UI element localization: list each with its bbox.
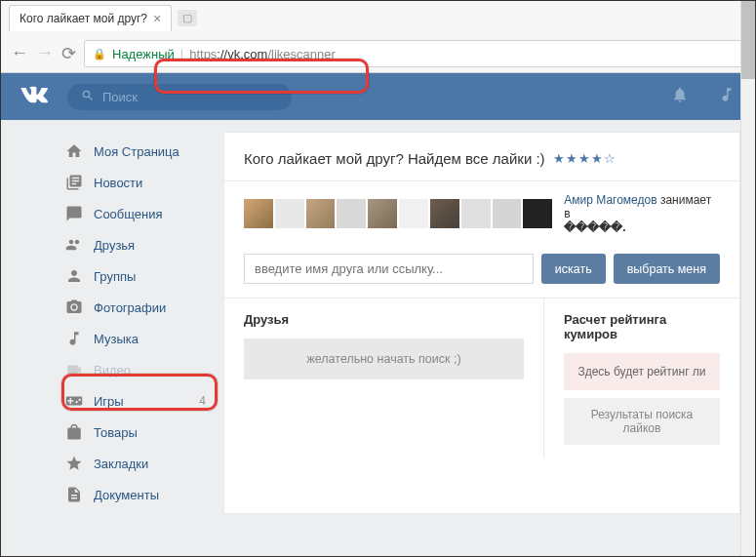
news-icon bbox=[64, 173, 84, 192]
groups-icon bbox=[64, 266, 84, 286]
app-main: Кого лайкает мой друг? Найдем все лайки … bbox=[223, 132, 740, 514]
sidebar-item-bookmarks[interactable]: Закладки bbox=[55, 448, 216, 479]
vk-header: Поиск bbox=[1, 73, 755, 120]
new-tab-button[interactable]: ▢ bbox=[178, 10, 197, 26]
sidebar-item-label: Закладки bbox=[94, 457, 148, 471]
video-icon bbox=[64, 360, 84, 379]
bell-icon[interactable] bbox=[671, 86, 689, 108]
sidebar: Моя Страница Новости Сообщения Друзья Гр… bbox=[55, 132, 216, 514]
sidebar-item-label: Товары bbox=[94, 425, 138, 440]
sidebar-item-games[interactable]: Игры4 bbox=[55, 385, 216, 417]
sidebar-item-mypage[interactable]: Моя Страница bbox=[55, 136, 216, 167]
app-header: Кого лайкает мой друг? Найдем все лайки … bbox=[224, 133, 739, 181]
sidebar-item-photos[interactable]: Фотографии bbox=[55, 292, 216, 323]
camera-icon bbox=[64, 298, 84, 317]
avatar-thumb[interactable] bbox=[523, 199, 552, 228]
badge: 4 bbox=[199, 394, 206, 408]
reload-icon[interactable]: ⟳ bbox=[61, 43, 76, 64]
avatar-thumb[interactable] bbox=[275, 199, 304, 228]
secure-label: Надежный bbox=[112, 47, 175, 61]
friends-icon bbox=[64, 235, 84, 255]
sidebar-item-news[interactable]: Новости bbox=[55, 167, 216, 198]
tab-bar: Кого лайкает мой друг? × ▢ bbox=[1, 1, 755, 35]
sidebar-item-label: Музыка bbox=[94, 332, 139, 346]
friend-input[interactable] bbox=[244, 254, 534, 284]
friends-hint: желательно начать поиск ;) bbox=[244, 338, 524, 379]
scrollbar[interactable] bbox=[740, 1, 755, 556]
scrollbar-thumb[interactable] bbox=[741, 1, 755, 79]
vk-logo[interactable] bbox=[20, 81, 48, 112]
star-icon bbox=[64, 454, 84, 473]
close-icon[interactable]: × bbox=[153, 12, 161, 25]
panels: Друзья желательно начать поиск ;) Расчет… bbox=[224, 298, 739, 458]
home-icon bbox=[64, 141, 84, 161]
lock-icon: 🔒 bbox=[93, 48, 106, 60]
friends-panel: Друзья желательно начать поиск ;) bbox=[224, 298, 544, 458]
sidebar-item-label: Сообщения bbox=[94, 207, 163, 221]
results-hint: Результаты поиска лайков bbox=[564, 398, 720, 445]
thumbnails-row: Амир Магомедов занимает в �����. bbox=[224, 181, 739, 244]
sidebar-item-messages[interactable]: Сообщения bbox=[55, 198, 216, 229]
sidebar-item-label: Моя Страница bbox=[94, 144, 179, 159]
avatar-thumb[interactable] bbox=[430, 199, 459, 228]
sidebar-item-friends[interactable]: Друзья bbox=[55, 229, 216, 260]
avatar-thumb[interactable] bbox=[244, 199, 273, 228]
url-path: /likescanner bbox=[267, 47, 335, 61]
avatar-thumb[interactable] bbox=[399, 199, 428, 228]
search-box[interactable]: Поиск bbox=[67, 84, 292, 110]
url-field[interactable]: 🔒 Надежный | https://vk.com/likescanner bbox=[84, 40, 745, 67]
content-area: Моя Страница Новости Сообщения Друзья Гр… bbox=[1, 120, 755, 514]
sidebar-item-label: Видео bbox=[94, 363, 131, 378]
rating-stars[interactable]: ★★★★☆ bbox=[553, 151, 617, 166]
forward-icon[interactable]: → bbox=[36, 43, 54, 64]
nav-arrows: ← → ⟳ bbox=[11, 43, 76, 64]
search-placeholder: Поиск bbox=[102, 90, 138, 104]
select-me-button[interactable]: выбрать меня bbox=[614, 254, 720, 284]
rating-panel-title: Расчет рейтинга кумиров bbox=[564, 312, 720, 341]
sidebar-item-label: Группы bbox=[94, 269, 136, 284]
browser-tab[interactable]: Кого лайкает мой друг? × bbox=[9, 5, 172, 31]
docs-icon bbox=[64, 485, 84, 504]
sidebar-item-video[interactable]: Видео bbox=[55, 354, 216, 385]
sidebar-item-label: Игры bbox=[94, 394, 124, 409]
music-icon[interactable] bbox=[718, 86, 736, 108]
avatar-thumb[interactable] bbox=[337, 199, 366, 228]
sidebar-item-label: Новости bbox=[94, 176, 142, 190]
app-title: Кого лайкает мой друг? Найдем все лайки … bbox=[244, 150, 545, 167]
sidebar-item-docs[interactable]: Документы bbox=[55, 479, 216, 510]
search-button[interactable]: искать bbox=[541, 254, 606, 284]
header-icons bbox=[671, 86, 736, 108]
sidebar-item-label: Фотографии bbox=[94, 300, 166, 315]
url-host: ://vk.com bbox=[217, 47, 267, 61]
message-icon bbox=[64, 204, 84, 223]
sidebar-item-label: Друзья bbox=[94, 238, 135, 253]
browser-chrome: Кого лайкает мой друг? × ▢ ← → ⟳ 🔒 Надеж… bbox=[1, 1, 755, 73]
music-icon bbox=[64, 329, 84, 348]
tab-title: Кого лайкает мой друг? bbox=[20, 12, 147, 25]
search-row: искать выбрать меня bbox=[224, 244, 739, 298]
search-icon bbox=[81, 89, 95, 105]
address-bar: ← → ⟳ 🔒 Надежный | https://vk.com/likesc… bbox=[1, 35, 755, 72]
sidebar-item-label: Документы bbox=[94, 488, 159, 502]
avatar-thumb[interactable] bbox=[461, 199, 491, 228]
user-info: Амир Магомедов занимает в �����. bbox=[564, 193, 720, 234]
gamepad-icon bbox=[64, 391, 84, 411]
avatar-thumb[interactable] bbox=[306, 199, 336, 228]
rating-panel: Расчет рейтинга кумиров Здесь будет рейт… bbox=[544, 298, 739, 458]
avatar-thumb[interactable] bbox=[493, 199, 522, 228]
friends-panel-title: Друзья bbox=[244, 312, 524, 327]
back-icon[interactable]: ← bbox=[11, 43, 28, 64]
user-rank: �����. bbox=[564, 220, 625, 234]
sidebar-item-music[interactable]: Музыка bbox=[55, 323, 216, 354]
market-icon bbox=[64, 422, 84, 442]
avatar-thumb[interactable] bbox=[368, 199, 397, 228]
rating-hint: Здесь будет рейтинг ли bbox=[564, 353, 720, 390]
sidebar-item-groups[interactable]: Группы bbox=[55, 260, 216, 292]
user-name[interactable]: Амир Магомедов bbox=[564, 193, 657, 207]
url-proto: https bbox=[189, 47, 217, 61]
sidebar-item-market[interactable]: Товары bbox=[55, 417, 216, 448]
